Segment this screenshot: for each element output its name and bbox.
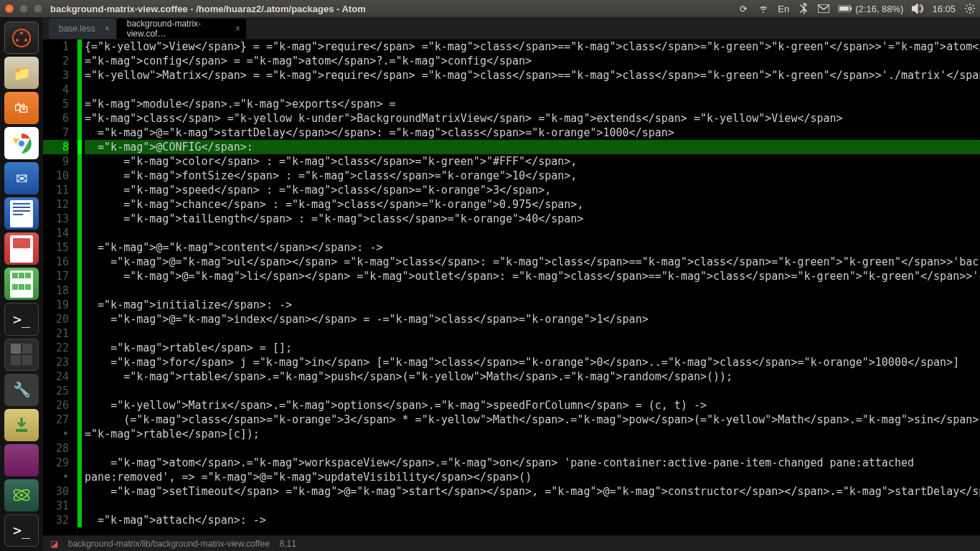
line-number: 20 [43,312,69,326]
code-line: ="k-mag">@="k-mag">startDelay</span></sp… [85,126,980,140]
status-path[interactable]: background-matrix/lib/background-matrix-… [68,539,270,549]
volume-icon[interactable] [912,3,923,14]
launcher-chrome[interactable] [4,127,39,159]
code-line: ="k-mag">class</span> ="k-yellow k-under… [85,111,980,126]
line-number: 16 [43,255,69,269]
line-number: 6 [43,111,69,126]
line-number: 27 [43,413,69,427]
svg-point-11 [18,140,25,147]
code-area[interactable]: 1234567891011121314151617181920212223242… [43,39,980,535]
launcher-impress[interactable] [4,232,39,265]
line-number: 5 [43,97,69,111]
system-tray: ⟳ En (2:16, 88%) 16:05 [738,3,976,14]
line-number: 25 [43,384,69,398]
svg-point-8 [24,39,27,42]
code-line [85,83,980,97]
unity-launcher: 📁 🛍 ✉ >_ 🔧 >_ [0,17,43,551]
status-cursor[interactable]: 8,11 [280,539,296,549]
code-line: ="k-mag">attach</span>: -> [85,513,980,527]
line-number: 24 [43,369,69,384]
line-number: 21 [43,326,69,341]
launcher-calc[interactable] [4,268,39,300]
minimize-icon[interactable] [19,4,29,14]
line-number: 26 [43,398,69,413]
line-number: 10 [43,169,69,183]
code-line: ="k-mag">@="k-mag">content</span></span>… [85,240,980,255]
launcher-software[interactable]: 🛍 [4,92,39,124]
line-number: 12 [43,197,69,212]
code-line: ="k-mag">@="k-mag">ul</span></span> ="k-… [85,255,980,269]
wifi-icon[interactable] [758,3,769,14]
code-line: (="k-mag">class</span>="k-orange">3</spa… [85,413,980,427]
editor-tab[interactable]: base.less× [49,19,116,39]
code-line: ="k-mag">rtable</span>.="k-mag">push</sp… [85,369,980,384]
code-line: ="k-mag">rtable</span> = []; [85,341,980,355]
line-number: • [43,427,69,441]
line-number: 14 [43,226,69,240]
code-line: ="k-mag">initialize</span>: -> [85,298,980,312]
code-line: ="k-mag">fontSize</span> : ="k-mag">clas… [85,169,980,183]
launcher-terminal[interactable]: >_ [4,303,39,335]
code-line [85,326,980,341]
clock[interactable]: 16:05 [932,4,956,14]
editor-main: base.less×background-matrix-view.cof…× 1… [43,17,980,551]
launcher-settings[interactable]: 🔧 [4,374,39,406]
tab-bar: base.less×background-matrix-view.cof…× [43,17,980,39]
svg-rect-12 [16,429,27,432]
code-line: ="k-yellow">Matrix</span> = ="k-mag">req… [85,68,980,83]
battery-indicator[interactable]: (2:16, 88%) [838,4,903,14]
svg-rect-3 [839,6,849,11]
line-number: 31 [43,499,69,513]
mail-icon[interactable] [818,3,829,14]
editor-tab[interactable]: background-matrix-view.cof…× [117,19,246,39]
tab-label: base.less [59,24,95,34]
code-line: ="k-mag">chance</span> : ="k-mag">class<… [85,197,980,212]
git-status-icon: ◪ [50,539,58,549]
line-number: 8 [43,140,69,154]
tab-label: background-matrix-view.cof… [127,19,226,39]
line-number: 17 [43,269,69,283]
code-line: ="k-mag">for</span> j ="k-mag">in</span>… [85,355,980,369]
window-titlebar: background-matrix-view.coffee - /home/hu… [0,0,980,17]
line-number: 11 [43,183,69,197]
launcher-workspace[interactable] [4,339,39,371]
line-number: 32 [43,513,69,527]
line-number: 30 [43,484,69,499]
launcher-writer[interactable] [4,197,39,230]
line-number: 7 [43,126,69,140]
close-icon[interactable]: × [235,24,240,34]
launcher-terminal-2[interactable]: >_ [4,514,39,547]
launcher-atom[interactable] [4,479,39,512]
launcher-downloads[interactable] [4,409,39,441]
code-content[interactable]: {="k-yellow">View</span>} = ="k-mag">req… [82,39,980,535]
bluetooth-icon[interactable] [798,3,809,14]
gear-icon[interactable] [964,3,976,14]
launcher-thunderbird[interactable]: ✉ [4,162,39,194]
line-number: 2 [43,54,69,68]
code-line: ="k-mag">speed</span> : ="k-mag">class</… [85,183,980,197]
line-number: 22 [43,341,69,355]
line-number: 18 [43,283,69,298]
line-gutter: 1234567891011121314151617181920212223242… [43,39,77,535]
code-line [85,441,980,456]
code-line: ="k-mag">atom</span>.="k-mag">workspaceV… [85,456,980,470]
code-line: ="k-mag">color</span> : ="k-mag">class</… [85,154,980,169]
line-number: 29 [43,456,69,470]
line-number: 28 [43,441,69,456]
launcher-files[interactable]: 📁 [4,57,39,89]
code-line: ="k-mag">setTimeout</span> ="k-mag">@="k… [85,484,980,499]
svg-point-7 [16,39,19,42]
close-icon[interactable] [4,4,14,14]
status-bar: ◪ background-matrix/lib/background-matri… [43,535,980,551]
line-number: 1 [43,39,69,54]
code-line: ="k-mag">rtable</span>[c]); [85,427,980,441]
code-line: ="k-mag">@="k-mag">index</span></span> =… [85,312,980,326]
code-line: ="k-mag">@CONFIG</span>: [85,140,980,154]
svg-point-6 [20,32,23,34]
launcher-dash[interactable] [4,22,39,54]
keyboard-indicator[interactable]: En [778,4,789,14]
close-icon[interactable]: × [105,24,110,34]
sync-icon[interactable]: ⟳ [738,3,749,14]
maximize-icon[interactable] [33,4,43,14]
launcher-app[interactable] [4,444,39,476]
